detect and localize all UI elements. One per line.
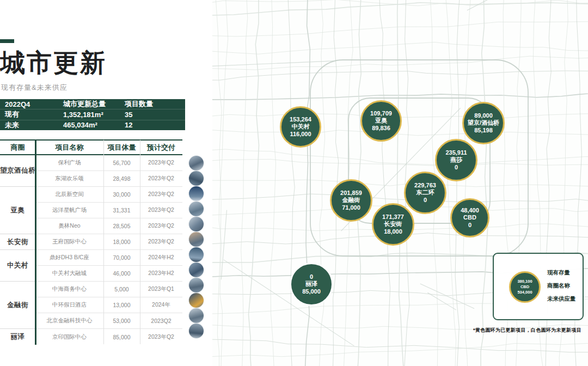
legend-sample-existing: 380,100 <box>517 279 532 284</box>
legend-sample-district: CBD <box>520 284 529 290</box>
bubble-existing: 235,911 <box>445 149 467 156</box>
bubble-district: 长安街 <box>384 221 402 228</box>
legend-footnote: *黄色圆环为已更新项目，白色圆环为未更新项目 <box>473 327 581 334</box>
bubble-future: 18,000 <box>384 228 402 235</box>
bubble-existing: 48,400 <box>461 207 479 214</box>
bubble-future: 85,000 <box>302 288 321 295</box>
bubble-future: 85,198 <box>474 127 493 134</box>
bubble-existing: 171,377 <box>382 213 404 221</box>
legend-sample-future: 534,000 <box>517 290 532 295</box>
map-legend: 380,100 CBD 534,000 现有存量 商圈名称 未来供应量 <box>493 253 584 320</box>
map-bubble-4: 235,911燕莎0 <box>435 139 477 181</box>
bubble-existing: 109,709 <box>370 110 392 117</box>
map-bubble-5: 229,763东二环0 <box>404 172 446 214</box>
bubble-existing: 229,763 <box>414 182 436 189</box>
map-bubble-6: 201,859金融街71,000 <box>330 179 372 222</box>
bubble-district: 金融街 <box>342 197 360 204</box>
legend-label-future: 未来供应量 <box>547 295 576 303</box>
map-bubble-3: 89,000望京/酒仙桥85,198 <box>462 102 505 144</box>
map-bubble-9: 0丽泽85,000 <box>290 263 333 306</box>
bubble-future: 0 <box>424 197 427 204</box>
map-bubble-2: 109,709亚奥89,836 <box>360 100 402 142</box>
bubble-future: 71,000 <box>342 204 360 211</box>
bubble-district: 丽泽 <box>305 280 317 288</box>
bubble-district: 东二环 <box>416 189 434 196</box>
bubble-district: 亚奥 <box>375 117 387 124</box>
map-bubble-8: 48,400CBD0 <box>450 198 489 237</box>
bubble-future: 89,836 <box>372 125 390 132</box>
bubble-existing: 0 <box>310 273 313 280</box>
map-bubble-7: 171,377长安街18,000 <box>372 203 414 246</box>
legend-label-existing: 现有存量 <box>547 269 576 277</box>
legend-label-district: 商圈名称 <box>547 282 576 290</box>
bubble-district: 燕莎 <box>450 156 462 163</box>
legend-labels: 现有存量 商圈名称 未来供应量 <box>547 269 576 303</box>
report-slide: 城市更新 现有存量&未来供应 2022Q4 城市更新总量 项目数量 现有 1,3… <box>0 0 588 366</box>
bubble-district: CBD <box>463 214 476 221</box>
bubble-future: 0 <box>468 222 471 229</box>
bubble-existing: 201,859 <box>340 190 362 197</box>
bubble-district: 望京/酒仙桥 <box>468 119 499 126</box>
bubble-existing: 89,000 <box>474 112 493 119</box>
bubble-future: 0 <box>455 164 458 171</box>
legend-sample-bubble: 380,100 CBD 534,000 <box>509 271 541 303</box>
map-bubble-1: 153,264中关村116,000 <box>280 106 321 148</box>
bubble-district: 中关村 <box>292 123 310 130</box>
bubble-future: 116,000 <box>290 131 311 138</box>
bubble-existing: 153,264 <box>290 116 311 123</box>
